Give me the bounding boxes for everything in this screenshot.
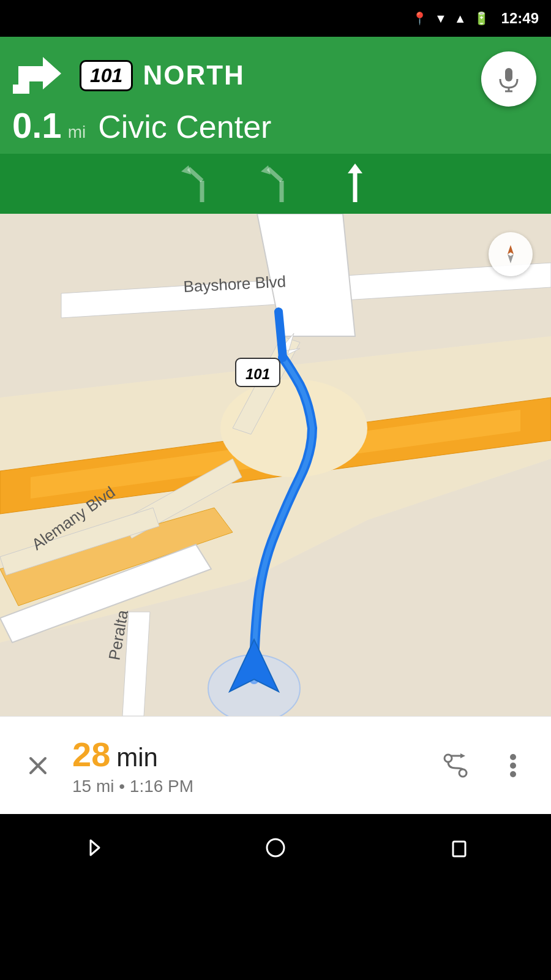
svg-marker-36 [508, 254, 514, 263]
microphone-icon [495, 66, 522, 92]
recents-button[interactable] [441, 829, 478, 866]
eta-info: 28 min 15 mi • 1:16 PM [58, 734, 436, 796]
mic-button[interactable] [481, 51, 536, 107]
svg-point-45 [510, 771, 516, 777]
street-name: Civic Center [98, 108, 271, 145]
back-button[interactable] [73, 829, 110, 866]
svg-line-6 [189, 168, 202, 181]
svg-marker-10 [261, 165, 271, 175]
svg-line-27 [279, 312, 283, 358]
eta-distance: 15 mi [72, 777, 114, 796]
turn-arrow-icon [12, 48, 67, 103]
svg-marker-7 [181, 165, 191, 175]
lane-left-turn-icon [178, 162, 227, 205]
svg-point-47 [267, 839, 284, 856]
highway-shield: 101 [80, 60, 133, 91]
bottom-panel: 28 min 15 mi • 1:16 PM [0, 716, 551, 814]
recents-icon [447, 835, 471, 860]
route-icon [442, 752, 469, 779]
svg-point-40 [459, 769, 467, 777]
lane-straight-icon [337, 162, 373, 205]
svg-marker-12 [348, 164, 362, 173]
system-nav-bar [0, 814, 551, 881]
nav-header: 101 NORTH 0.1 mi Civic Center [0, 37, 551, 154]
svg-rect-2 [505, 68, 512, 81]
compass-button[interactable] [489, 232, 533, 276]
svg-point-43 [510, 754, 516, 760]
clock: 12:49 [501, 10, 539, 27]
lane-guidance [0, 154, 551, 214]
home-icon [263, 835, 288, 860]
route-options-button[interactable] [436, 746, 475, 785]
eta-minutes: 28 [72, 734, 110, 774]
wifi-icon: ▼ [435, 12, 447, 26]
cancel-button[interactable] [18, 746, 58, 785]
svg-marker-0 [18, 57, 61, 94]
eta-details: 15 mi • 1:16 PM [72, 777, 436, 796]
svg-marker-35 [508, 245, 514, 254]
distance-unit: mi [68, 123, 86, 142]
status-bar: 📍 ▼ ▲ 🔋 12:49 [0, 0, 551, 37]
svg-text:101: 101 [246, 366, 270, 382]
distance-number: 0.1 [12, 108, 62, 143]
more-options-button[interactable] [493, 746, 533, 785]
svg-point-44 [510, 763, 516, 769]
back-icon [80, 835, 104, 860]
battery-icon: 🔋 [474, 11, 489, 26]
eta-min-label: min [116, 743, 158, 772]
eta-arrival: 1:16 PM [130, 777, 193, 796]
lane-left-turn-2-icon [257, 162, 306, 205]
eta-separator: • [119, 777, 130, 796]
location-pin-icon: 📍 [412, 11, 427, 26]
home-button[interactable] [257, 829, 294, 866]
svg-marker-46 [91, 840, 99, 855]
more-options-icon [509, 752, 517, 779]
map-svg: 101 Bayshore Blvd Alemany Blvd Peralta [0, 214, 551, 716]
svg-rect-48 [453, 842, 465, 856]
close-icon [27, 755, 49, 777]
compass-icon [498, 242, 523, 266]
action-buttons [436, 746, 533, 785]
svg-marker-42 [460, 753, 465, 758]
svg-line-9 [268, 168, 282, 181]
map-area[interactable]: 101 Bayshore Blvd Alemany Blvd Peralta [0, 214, 551, 716]
signal-icon: ▲ [454, 12, 467, 26]
highway-direction: NORTH [143, 60, 244, 91]
